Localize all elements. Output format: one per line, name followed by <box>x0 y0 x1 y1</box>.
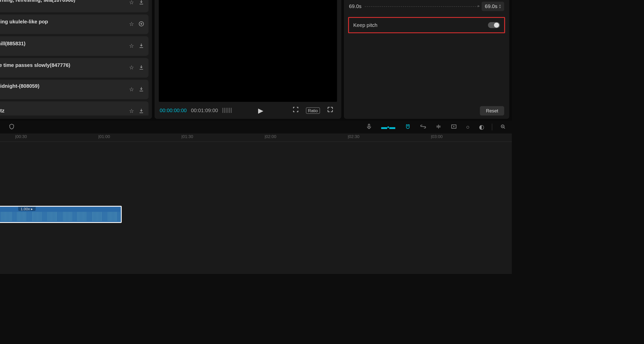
add-icon[interactable] <box>138 21 144 28</box>
zoom-toggle-icon[interactable]: ◐ <box>477 123 486 130</box>
ratio-button[interactable]: Ratio <box>306 107 320 113</box>
song-row[interactable]: A fashionable song where time passes slo… <box>0 58 149 77</box>
song-row[interactable]: Animal Crossing BGM -Midnight-(808059)きっ… <box>0 80 149 99</box>
duration-line <box>365 6 478 7</box>
audio-meter-icon[interactable] <box>222 108 232 113</box>
waveform <box>0 212 120 221</box>
song-title: Animal Crossing BGM -Midnight-(808059) <box>0 83 125 89</box>
song-meta: SUNNY HOOD STUDIO · 03:59 <box>0 4 125 8</box>
magnet-main-icon[interactable]: ▬▪▬ <box>380 123 397 130</box>
song-title: A cute song with a sparkling ukulele-lik… <box>0 19 125 25</box>
fullscreen-icon[interactable] <box>324 106 336 115</box>
ruler-tick: |02:30 <box>348 134 359 139</box>
song-meta: ImoKenpi-Dou · 03:31 <box>0 47 125 52</box>
favorite-icon[interactable]: ☆ <box>129 108 134 115</box>
zoom-fit-icon[interactable] <box>498 123 507 131</box>
video-track[interactable]: ▭ <box>0 142 512 201</box>
marker-tool[interactable] <box>0 123 1 131</box>
scan-icon[interactable] <box>290 106 301 115</box>
download-icon[interactable] <box>138 86 144 93</box>
preview-icon[interactable] <box>449 123 458 131</box>
player-canvas[interactable] <box>159 0 337 102</box>
download-icon[interactable] <box>138 42 144 50</box>
ruler-tick: |03:00 <box>431 134 443 139</box>
favorite-icon[interactable]: ☆ <box>129 0 134 6</box>
timeline[interactable]: 00:00|00:30|01:00|01:30|02:00|02:30|03:0… <box>0 133 512 274</box>
duration-from: 69.0s <box>349 3 361 9</box>
song-title: Cafe / video cute lofi ♩ Chill(885831) <box>0 40 125 46</box>
audio-clip[interactable]: 1.00x ▸ <box>0 206 122 223</box>
magnet-icon[interactable] <box>403 123 412 131</box>
favorite-icon[interactable]: ☆ <box>129 42 134 50</box>
duration-to[interactable]: 69.0s▴▾ <box>481 2 504 11</box>
keep-pitch-toggle[interactable] <box>488 22 500 28</box>
favorite-icon[interactable]: ☆ <box>129 64 134 71</box>
ruler-tick: |01:30 <box>181 134 193 139</box>
keep-pitch-row: Keep pitch <box>348 17 505 33</box>
play-button[interactable]: ▶ <box>256 106 266 114</box>
timeline-ruler[interactable]: 00:00|00:30|01:00|01:30|02:00|02:30|03:0… <box>0 133 512 142</box>
favorite-icon[interactable]: ☆ <box>129 86 134 93</box>
properties-panel: Basic Voice changer Speed Speed 1.0x▴▾ D… <box>344 0 509 119</box>
download-icon[interactable] <box>138 108 144 115</box>
song-list: harryfaoki · 03:40☆Organic, fashionable,… <box>0 0 149 115</box>
timeline-toolbar: ➤▾ ↶ ↷ ▬▪▬ ○ ◐ <box>0 121 512 134</box>
shield-tool[interactable] <box>7 123 16 131</box>
clip-speed-label: 1.00x ▸ <box>18 207 35 211</box>
total-time: 00:01:09:00 <box>191 107 218 113</box>
song-row[interactable]: Cafe / video cute lofi ♩ Chill(885831)Im… <box>0 36 149 56</box>
svg-rect-15 <box>368 124 370 127</box>
song-row[interactable]: A cute song with a sparkling ukulele-lik… <box>0 15 149 34</box>
song-title: Ghibli-style nostalgic waltz <box>0 108 125 114</box>
ruler-tick: |02:00 <box>265 134 276 139</box>
zoom-out-icon[interactable]: ○ <box>464 123 471 130</box>
ruler-tick: |00:30 <box>15 134 27 139</box>
song-meta: きっずさうんど · 03:08 <box>0 90 125 96</box>
reset-button[interactable]: Reset <box>480 106 504 115</box>
media-panel: Import Audio TIText Stickers Effects Tra… <box>0 0 152 119</box>
song-meta: Yuapro!! · 01:10 <box>0 25 125 30</box>
song-title: Organic, fashionable, morning, refreshin… <box>0 0 125 3</box>
favorite-icon[interactable]: ☆ <box>129 21 134 28</box>
mic-icon[interactable] <box>364 123 374 131</box>
current-time: 00:00:00:00 <box>160 107 187 113</box>
song-meta: NARU · 03:15 <box>0 69 125 74</box>
download-icon[interactable] <box>138 0 144 6</box>
link-icon[interactable] <box>418 123 428 131</box>
download-icon[interactable] <box>138 64 144 71</box>
align-icon[interactable] <box>434 123 443 131</box>
song-row[interactable]: Ghibli-style nostalgic waltz☆ <box>0 101 149 115</box>
song-title: A fashionable song where time passes slo… <box>0 62 125 68</box>
player-panel: Player ≡ 00:00:00:00 00:01:09:00 ▶ Ratio <box>154 0 341 119</box>
audio-track[interactable]: 1.00x ▸ <box>0 202 512 227</box>
ruler-tick: |01:00 <box>98 134 110 139</box>
song-row[interactable]: Organic, fashionable, morning, refreshin… <box>0 0 149 12</box>
keep-pitch-label: Keep pitch <box>353 22 377 28</box>
